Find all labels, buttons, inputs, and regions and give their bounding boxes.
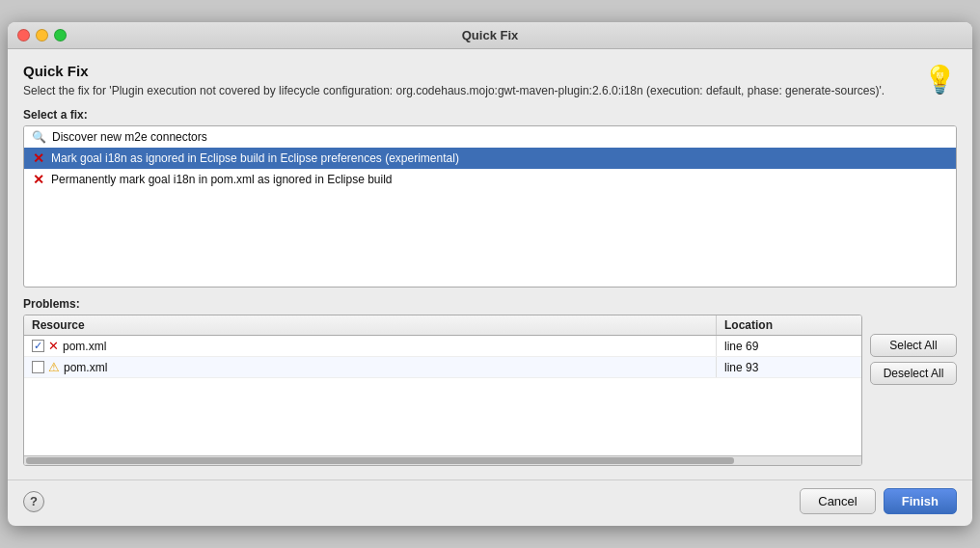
row2-resource-name: pom.xml xyxy=(64,361,107,374)
row1-location: line 69 xyxy=(717,336,861,356)
help-button[interactable]: ? xyxy=(23,491,44,512)
problems-label: Problems: xyxy=(23,297,957,311)
table-row: ✓ ✕ pom.xml line 69 xyxy=(24,336,861,357)
search-icon: 🔍 xyxy=(32,130,46,144)
check-icon: ✓ xyxy=(34,340,42,352)
table-body: ✓ ✕ pom.xml line 69 ⚠ xyxy=(24,336,861,455)
col-location: Location xyxy=(717,315,861,335)
fix-item-discover[interactable]: 🔍 Discover new m2e connectors xyxy=(24,126,956,148)
row1-resource: ✓ ✕ pom.xml xyxy=(24,336,717,356)
row2-checkbox[interactable] xyxy=(32,361,44,373)
dialog-description: Select the fix for 'Plugin execution not… xyxy=(23,83,912,99)
header-section: Quick Fix Select the fix for 'Plugin exe… xyxy=(23,63,957,99)
row2-warning-icon: ⚠ xyxy=(48,360,60,374)
window-controls xyxy=(17,29,67,41)
close-button[interactable] xyxy=(17,29,30,41)
bulb-icon: 💡 xyxy=(922,63,957,97)
minimize-button[interactable] xyxy=(36,29,48,41)
finish-button[interactable]: Finish xyxy=(884,488,957,514)
problems-table: Resource Location ✓ ✕ pom.xml xyxy=(23,315,862,466)
window-title: Quick Fix xyxy=(462,28,519,42)
fix-section: Select a fix: 🔍 Discover new m2e connect… xyxy=(23,108,957,288)
fix-list-empty-space xyxy=(24,190,956,287)
table-empty-space xyxy=(24,378,861,455)
fix-item-mark-eclipse[interactable]: ✕ Mark goal i18n as ignored in Eclipse b… xyxy=(24,148,956,169)
titlebar: Quick Fix xyxy=(8,22,972,49)
table-header: Resource Location xyxy=(24,315,861,336)
quick-fix-window: Quick Fix Quick Fix Select the fix for '… xyxy=(8,22,972,527)
dialog-title: Quick Fix xyxy=(23,63,912,79)
select-all-button[interactable]: Select All xyxy=(870,334,957,357)
horizontal-scrollbar[interactable] xyxy=(24,455,861,465)
fix-item-mark-eclipse-label: Mark goal i18n as ignored in Eclipse bui… xyxy=(51,151,459,165)
row2-location: line 93 xyxy=(717,357,861,377)
col-resource: Resource xyxy=(24,315,717,335)
row1-resource-name: pom.xml xyxy=(63,340,106,353)
row1-checkbox[interactable]: ✓ xyxy=(32,340,44,352)
table-row: ⚠ pom.xml line 93 xyxy=(24,357,861,378)
error-icon-2: ✕ xyxy=(32,173,45,186)
fix-item-discover-label: Discover new m2e connectors xyxy=(52,130,207,144)
problems-section: Problems: Resource Location ✓ xyxy=(23,297,957,466)
dialog-buttons: Cancel Finish xyxy=(800,488,957,514)
row2-resource: ⚠ pom.xml xyxy=(24,357,717,377)
fix-item-mark-pom[interactable]: ✕ Permanently mark goal i18n in pom.xml … xyxy=(24,169,956,190)
row1-error-icon: ✕ xyxy=(48,339,59,353)
cancel-button[interactable]: Cancel xyxy=(800,488,875,514)
table-action-buttons: Select All Deselect All xyxy=(870,315,957,466)
deselect-all-button[interactable]: Deselect All xyxy=(870,362,957,385)
fix-list: 🔍 Discover new m2e connectors ✕ Mark goa… xyxy=(23,125,957,288)
scrollbar-thumb xyxy=(26,457,734,464)
error-icon-1: ✕ xyxy=(32,151,45,165)
dialog-content: Quick Fix Select the fix for 'Plugin exe… xyxy=(8,49,972,477)
maximize-button[interactable] xyxy=(54,29,67,41)
fix-item-mark-pom-label: Permanently mark goal i18n in pom.xml as… xyxy=(51,173,393,186)
problems-table-wrapper: Resource Location ✓ ✕ pom.xml xyxy=(23,315,957,466)
fix-section-label: Select a fix: xyxy=(23,108,957,122)
header-text: Quick Fix Select the fix for 'Plugin exe… xyxy=(23,63,912,99)
bottom-bar: ? Cancel Finish xyxy=(8,480,972,526)
